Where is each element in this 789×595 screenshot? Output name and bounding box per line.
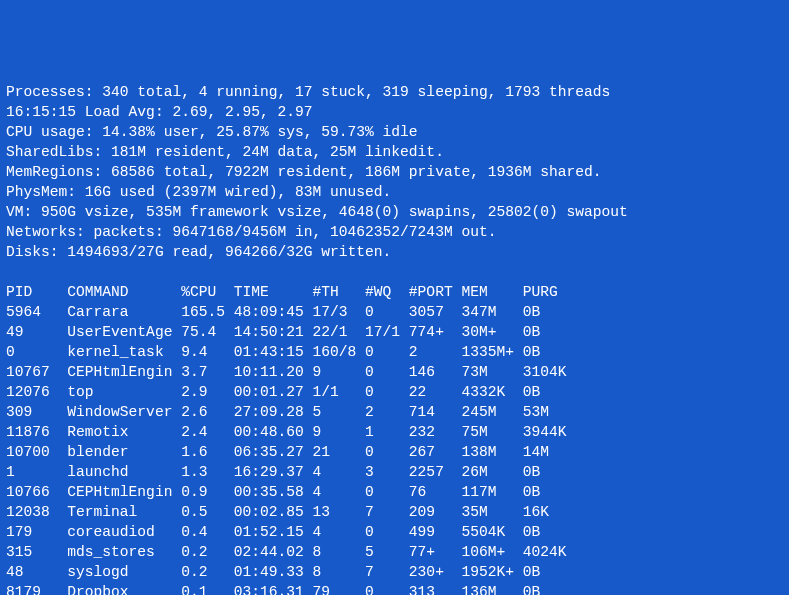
table-row: 12076 top 2.9 00:01.27 1/1 0 22 4332K 0B	[6, 382, 783, 402]
table-row: 5964 Carrara 165.5 48:09:45 17/3 0 3057 …	[6, 302, 783, 322]
table-row: 309 WindowServer 2.6 27:09.28 5 2 714 24…	[6, 402, 783, 422]
table-row: 49 UserEventAge 75.4 14:50:21 22/1 17/1 …	[6, 322, 783, 342]
table-row: 10700 blender 1.6 06:35.27 21 0 267 138M…	[6, 442, 783, 462]
header-processes: Processes: 340 total, 4 running, 17 stuc…	[6, 82, 783, 102]
header-time-load: 16:15:15 Load Avg: 2.69, 2.95, 2.97	[6, 102, 783, 122]
header-disks: Disks: 1494693/27G read, 964266/32G writ…	[6, 242, 783, 262]
terminal-output[interactable]: Processes: 340 total, 4 running, 17 stuc…	[6, 82, 783, 595]
table-row: 8179 Dropbox 0.1 03:16.31 79 0 313 136M …	[6, 582, 783, 595]
header-sharedlibs: SharedLibs: 181M resident, 24M data, 25M…	[6, 142, 783, 162]
header-physmem: PhysMem: 16G used (2397M wired), 83M unu…	[6, 182, 783, 202]
header-memregions: MemRegions: 68586 total, 7922M resident,…	[6, 162, 783, 182]
table-row: 10767 CEPHtmlEngin 3.7 10:11.20 9 0 146 …	[6, 362, 783, 382]
table-row: 48 syslogd 0.2 01:49.33 8 7 230+ 1952K+ …	[6, 562, 783, 582]
table-row: 12038 Terminal 0.5 00:02.85 13 7 209 35M…	[6, 502, 783, 522]
table-row: 1 launchd 1.3 16:29.37 4 3 2257 26M 0B	[6, 462, 783, 482]
table-row: 315 mds_stores 0.2 02:44.02 8 5 77+ 106M…	[6, 542, 783, 562]
header-networks: Networks: packets: 9647168/9456M in, 104…	[6, 222, 783, 242]
table-row: 0 kernel_task 9.4 01:43:15 160/8 0 2 133…	[6, 342, 783, 362]
blank-line	[6, 262, 783, 282]
table-row: 11876 Remotix 2.4 00:48.60 9 1 232 75M 3…	[6, 422, 783, 442]
table-row: 179 coreaudiod 0.4 01:52.15 4 0 499 5504…	[6, 522, 783, 542]
header-vm: VM: 950G vsize, 535M framework vsize, 46…	[6, 202, 783, 222]
table-row: 10766 CEPHtmlEngin 0.9 00:35.58 4 0 76 1…	[6, 482, 783, 502]
column-header: PID COMMAND %CPU TIME #TH #WQ #PORT MEM …	[6, 282, 783, 302]
header-cpu: CPU usage: 14.38% user, 25.87% sys, 59.7…	[6, 122, 783, 142]
